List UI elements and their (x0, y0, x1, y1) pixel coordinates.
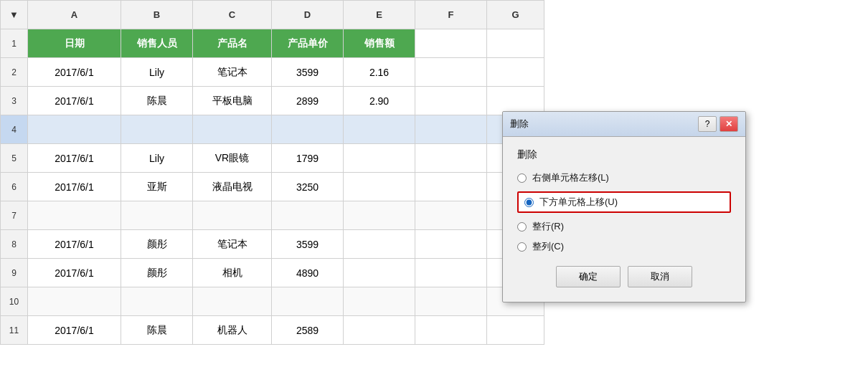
row-num-1: 1 (1, 29, 28, 58)
cell-5-4[interactable] (344, 144, 415, 173)
dialog-help-button[interactable]: ? (698, 116, 717, 132)
cell-2-4[interactable]: 2.16 (344, 58, 415, 87)
cell-8-3[interactable]: 3599 (272, 230, 344, 259)
sheet-body: 1 日期 销售人员 产品名 产品单价 销售额 22017/6/1Lily笔记本3… (1, 29, 544, 345)
cell-10-1[interactable] (121, 287, 193, 316)
cell-1g[interactable] (487, 29, 544, 58)
cell-3-1[interactable]: 陈晨 (121, 87, 193, 115)
cell-7-1[interactable] (121, 201, 193, 230)
cell-10-0[interactable] (28, 287, 121, 316)
cell-1f[interactable] (415, 29, 487, 58)
radio-input-3[interactable] (517, 222, 527, 232)
col-header-e[interactable]: E (344, 1, 415, 29)
radio-input-2[interactable] (524, 198, 534, 207)
cell-5-5[interactable] (415, 144, 487, 173)
cell-9-5[interactable] (415, 259, 487, 287)
dialog-close-button[interactable]: ✕ (720, 116, 738, 132)
radio-option-1[interactable]: 右侧单元格左移(L) (517, 171, 731, 184)
cell-8-1[interactable]: 颜彤 (121, 230, 193, 259)
cell-5-2[interactable]: VR眼镜 (193, 144, 272, 173)
cell-4-2[interactable] (193, 115, 272, 144)
radio-option-3[interactable]: 整行(R) (517, 220, 731, 233)
table-row: 7 (1, 201, 544, 230)
header-cell-product-name[interactable]: 产品名 (193, 29, 272, 58)
table-row: 10 (1, 287, 544, 316)
col-header-b[interactable]: B (121, 1, 193, 29)
table-row: 4 (1, 115, 544, 144)
cell-2-5[interactable] (415, 58, 487, 87)
cell-6-0[interactable]: 2017/6/1 (28, 173, 121, 201)
cell-3-3[interactable]: 2899 (272, 87, 344, 115)
header-cell-sales-person[interactable]: 销售人员 (121, 29, 193, 58)
cell-2-0[interactable]: 2017/6/1 (28, 58, 121, 87)
cell-11-4[interactable] (344, 316, 415, 345)
cell-6-4[interactable] (344, 173, 415, 201)
col-header-f[interactable]: F (415, 1, 487, 29)
cell-7-2[interactable] (193, 201, 272, 230)
row-num-4: 4 (1, 115, 28, 144)
cell-2-2[interactable]: 笔记本 (193, 58, 272, 87)
col-header-d[interactable]: D (272, 1, 344, 29)
cell-7-4[interactable] (344, 201, 415, 230)
cell-7-3[interactable] (272, 201, 344, 230)
cell-9-2[interactable]: 相机 (193, 259, 272, 287)
cell-4-1[interactable] (121, 115, 193, 144)
cell-6-5[interactable] (415, 173, 487, 201)
radio-label-2: 下方单元格上移(U) (539, 196, 618, 209)
cell-10-4[interactable] (344, 287, 415, 316)
cell-4-5[interactable] (415, 115, 487, 144)
cell-10-5[interactable] (415, 287, 487, 316)
cell-8-2[interactable]: 笔记本 (193, 230, 272, 259)
radio-input-1[interactable] (517, 173, 527, 183)
cell-5-3[interactable]: 1799 (272, 144, 344, 173)
header-cell-date[interactable]: 日期 (28, 29, 121, 58)
delete-dialog: 删除 ? ✕ 删除 右侧单元格左移(L) 下方单元格上移(U) 整行(R) (502, 111, 746, 302)
cell-9-0[interactable]: 2017/6/1 (28, 259, 121, 287)
header-cell-unit-price[interactable]: 产品单价 (272, 29, 344, 58)
spreadsheet-table: ▼ A B C D E F G 1 日期 销售人员 产品名 产品单价 (0, 0, 544, 345)
cell-4-3[interactable] (272, 115, 344, 144)
cell-3-0[interactable]: 2017/6/1 (28, 87, 121, 115)
cancel-button[interactable]: 取消 (628, 266, 692, 287)
cell-10-3[interactable] (272, 287, 344, 316)
cell-2-3[interactable]: 3599 (272, 58, 344, 87)
cell-10-2[interactable] (193, 287, 272, 316)
table-row: 1 日期 销售人员 产品名 产品单价 销售额 (1, 29, 544, 58)
cell-5-0[interactable]: 2017/6/1 (28, 144, 121, 173)
cell-4-4[interactable] (344, 115, 415, 144)
cell-8-4[interactable] (344, 230, 415, 259)
cell-6-2[interactable]: 液晶电视 (193, 173, 272, 201)
cell-11-2[interactable]: 机器人 (193, 316, 272, 345)
ok-button[interactable]: 确定 (556, 266, 621, 287)
radio-option-4[interactable]: 整列(C) (517, 240, 731, 253)
cell-3-2[interactable]: 平板电脑 (193, 87, 272, 115)
cell-9-3[interactable]: 4890 (272, 259, 344, 287)
cell-9-1[interactable]: 颜彤 (121, 259, 193, 287)
cell-6-1[interactable]: 亚斯 (121, 173, 193, 201)
cell-7-5[interactable] (415, 201, 487, 230)
cell-6-3[interactable]: 3250 (272, 173, 344, 201)
cell-5-1[interactable]: Lily (121, 144, 193, 173)
cell-4-0[interactable] (28, 115, 121, 144)
cell-3-4[interactable]: 2.90 (344, 87, 415, 115)
cell-7-0[interactable] (28, 201, 121, 230)
header-cell-sales-amount[interactable]: 销售额 (344, 29, 415, 58)
cell-11-3[interactable]: 2589 (272, 316, 344, 345)
cell-11-0[interactable]: 2017/6/1 (28, 316, 121, 345)
cell-2-1[interactable]: Lily (121, 58, 193, 87)
cell-8-5[interactable] (415, 230, 487, 259)
radio-option-2[interactable]: 下方单元格上移(U) (517, 191, 731, 213)
dialog-titlebar-buttons: ? ✕ (698, 116, 738, 132)
col-header-g[interactable]: G (487, 1, 544, 29)
radio-input-4[interactable] (517, 242, 527, 252)
col-header-c[interactable]: C (193, 1, 272, 29)
cell-3-5[interactable] (415, 87, 487, 115)
cell-8-0[interactable]: 2017/6/1 (28, 230, 121, 259)
cell-11-6[interactable] (487, 316, 544, 345)
cell-11-5[interactable] (415, 316, 487, 345)
row-num-6: 6 (1, 173, 28, 201)
cell-2-6[interactable] (487, 58, 544, 87)
cell-9-4[interactable] (344, 259, 415, 287)
col-header-a[interactable]: A (28, 1, 121, 29)
cell-11-1[interactable]: 陈晨 (121, 316, 193, 345)
